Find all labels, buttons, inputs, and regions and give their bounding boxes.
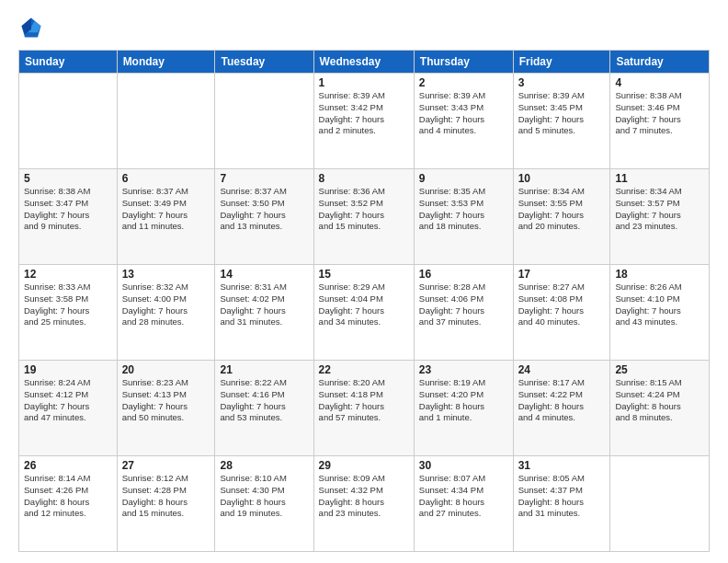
day-info: Sunrise: 8:34 AM Sunset: 3:57 PM Dayligh… xyxy=(615,186,704,233)
calendar-cell: 22Sunrise: 8:20 AM Sunset: 4:18 PM Dayli… xyxy=(313,361,414,456)
day-number: 14 xyxy=(220,268,308,281)
calendar-cell: 2Sunrise: 8:39 AM Sunset: 3:43 PM Daylig… xyxy=(414,74,513,169)
day-number: 20 xyxy=(122,363,210,376)
weekday-header-saturday: Saturday xyxy=(610,51,710,74)
day-number: 24 xyxy=(518,363,606,376)
calendar-week-5: 26Sunrise: 8:14 AM Sunset: 4:26 PM Dayli… xyxy=(19,456,710,552)
day-info: Sunrise: 8:12 AM Sunset: 4:28 PM Dayligh… xyxy=(122,473,210,520)
day-number: 30 xyxy=(419,459,508,472)
calendar-week-3: 12Sunrise: 8:33 AM Sunset: 3:58 PM Dayli… xyxy=(19,265,710,361)
calendar-cell xyxy=(19,74,118,169)
day-number: 6 xyxy=(122,172,210,185)
day-info: Sunrise: 8:39 AM Sunset: 3:43 PM Dayligh… xyxy=(419,90,508,137)
day-info: Sunrise: 8:17 AM Sunset: 4:22 PM Dayligh… xyxy=(518,377,606,424)
day-number: 5 xyxy=(24,172,112,185)
calendar-cell: 14Sunrise: 8:31 AM Sunset: 4:02 PM Dayli… xyxy=(215,265,313,361)
day-number: 13 xyxy=(122,268,210,281)
calendar-cell: 30Sunrise: 8:07 AM Sunset: 4:34 PM Dayli… xyxy=(414,456,513,552)
day-number: 16 xyxy=(419,268,508,281)
day-number: 10 xyxy=(518,172,606,185)
calendar-cell xyxy=(117,74,215,169)
calendar-cell: 24Sunrise: 8:17 AM Sunset: 4:22 PM Dayli… xyxy=(513,361,610,456)
calendar-body: 1Sunrise: 8:39 AM Sunset: 3:42 PM Daylig… xyxy=(19,74,710,552)
calendar-cell: 4Sunrise: 8:38 AM Sunset: 3:46 PM Daylig… xyxy=(610,74,710,169)
day-number: 17 xyxy=(518,268,606,281)
day-info: Sunrise: 8:20 AM Sunset: 4:18 PM Dayligh… xyxy=(319,377,409,424)
day-number: 1 xyxy=(319,76,409,89)
day-number: 29 xyxy=(319,459,409,472)
calendar-cell: 25Sunrise: 8:15 AM Sunset: 4:24 PM Dayli… xyxy=(610,361,710,456)
page: SundayMondayTuesdayWednesdayThursdayFrid… xyxy=(0,0,728,563)
calendar-cell: 17Sunrise: 8:27 AM Sunset: 4:08 PM Dayli… xyxy=(513,265,610,361)
calendar-cell: 7Sunrise: 8:37 AM Sunset: 3:50 PM Daylig… xyxy=(215,169,313,265)
day-info: Sunrise: 8:37 AM Sunset: 3:49 PM Dayligh… xyxy=(122,186,210,233)
day-info: Sunrise: 8:24 AM Sunset: 4:12 PM Dayligh… xyxy=(24,377,112,424)
day-number: 9 xyxy=(419,172,508,185)
day-info: Sunrise: 8:33 AM Sunset: 3:58 PM Dayligh… xyxy=(24,282,112,328)
weekday-header-sunday: Sunday xyxy=(19,51,118,74)
calendar-cell: 13Sunrise: 8:32 AM Sunset: 4:00 PM Dayli… xyxy=(117,265,215,361)
calendar-week-2: 5Sunrise: 8:38 AM Sunset: 3:47 PM Daylig… xyxy=(19,169,710,265)
calendar-cell: 1Sunrise: 8:39 AM Sunset: 3:42 PM Daylig… xyxy=(313,74,414,169)
calendar-cell: 15Sunrise: 8:29 AM Sunset: 4:04 PM Dayli… xyxy=(313,265,414,361)
calendar-cell xyxy=(215,74,313,169)
calendar-cell: 5Sunrise: 8:38 AM Sunset: 3:47 PM Daylig… xyxy=(19,169,118,265)
day-info: Sunrise: 8:26 AM Sunset: 4:10 PM Dayligh… xyxy=(615,282,704,328)
weekday-header-thursday: Thursday xyxy=(414,51,513,74)
day-info: Sunrise: 8:10 AM Sunset: 4:30 PM Dayligh… xyxy=(220,473,308,520)
calendar-cell: 31Sunrise: 8:05 AM Sunset: 4:37 PM Dayli… xyxy=(513,456,610,552)
weekday-header-friday: Friday xyxy=(513,51,610,74)
weekday-header-row: SundayMondayTuesdayWednesdayThursdayFrid… xyxy=(19,51,710,74)
day-number: 2 xyxy=(419,76,508,89)
calendar-header: SundayMondayTuesdayWednesdayThursdayFrid… xyxy=(19,51,710,74)
day-number: 3 xyxy=(518,76,606,89)
calendar-cell: 21Sunrise: 8:22 AM Sunset: 4:16 PM Dayli… xyxy=(215,361,313,456)
day-number: 18 xyxy=(615,268,704,281)
day-info: Sunrise: 8:22 AM Sunset: 4:16 PM Dayligh… xyxy=(220,377,308,424)
day-info: Sunrise: 8:05 AM Sunset: 4:37 PM Dayligh… xyxy=(518,473,606,520)
day-number: 15 xyxy=(319,268,409,281)
weekday-header-tuesday: Tuesday xyxy=(215,51,313,74)
calendar-cell: 16Sunrise: 8:28 AM Sunset: 4:06 PM Dayli… xyxy=(414,265,513,361)
calendar-cell: 19Sunrise: 8:24 AM Sunset: 4:12 PM Dayli… xyxy=(19,361,118,456)
day-info: Sunrise: 8:34 AM Sunset: 3:55 PM Dayligh… xyxy=(518,186,606,233)
day-info: Sunrise: 8:38 AM Sunset: 3:47 PM Dayligh… xyxy=(24,186,112,233)
day-info: Sunrise: 8:31 AM Sunset: 4:02 PM Dayligh… xyxy=(220,282,308,328)
day-info: Sunrise: 8:23 AM Sunset: 4:13 PM Dayligh… xyxy=(122,377,210,424)
day-info: Sunrise: 8:15 AM Sunset: 4:24 PM Dayligh… xyxy=(615,377,704,424)
day-number: 23 xyxy=(419,363,508,376)
calendar-cell: 26Sunrise: 8:14 AM Sunset: 4:26 PM Dayli… xyxy=(19,456,118,552)
day-info: Sunrise: 8:36 AM Sunset: 3:52 PM Dayligh… xyxy=(319,186,409,233)
day-number: 12 xyxy=(24,268,112,281)
day-info: Sunrise: 8:28 AM Sunset: 4:06 PM Dayligh… xyxy=(419,282,508,328)
day-info: Sunrise: 8:07 AM Sunset: 4:34 PM Dayligh… xyxy=(419,473,508,520)
day-number: 22 xyxy=(319,363,409,376)
day-number: 31 xyxy=(518,459,606,472)
calendar-cell: 10Sunrise: 8:34 AM Sunset: 3:55 PM Dayli… xyxy=(513,169,610,265)
day-info: Sunrise: 8:19 AM Sunset: 4:20 PM Dayligh… xyxy=(419,377,508,424)
day-number: 21 xyxy=(220,363,308,376)
calendar-table: SundayMondayTuesdayWednesdayThursdayFrid… xyxy=(18,50,710,552)
weekday-header-monday: Monday xyxy=(117,51,215,74)
day-info: Sunrise: 8:09 AM Sunset: 4:32 PM Dayligh… xyxy=(319,473,409,520)
calendar-cell: 27Sunrise: 8:12 AM Sunset: 4:28 PM Dayli… xyxy=(117,456,215,552)
day-info: Sunrise: 8:14 AM Sunset: 4:26 PM Dayligh… xyxy=(24,473,112,520)
day-number: 7 xyxy=(220,172,308,185)
day-info: Sunrise: 8:32 AM Sunset: 4:00 PM Dayligh… xyxy=(122,282,210,328)
calendar-cell: 8Sunrise: 8:36 AM Sunset: 3:52 PM Daylig… xyxy=(313,169,414,265)
day-number: 11 xyxy=(615,172,704,185)
day-info: Sunrise: 8:39 AM Sunset: 3:45 PM Dayligh… xyxy=(518,90,606,137)
header xyxy=(18,15,710,40)
calendar-cell: 29Sunrise: 8:09 AM Sunset: 4:32 PM Dayli… xyxy=(313,456,414,552)
logo-icon xyxy=(18,15,44,40)
calendar-cell: 23Sunrise: 8:19 AM Sunset: 4:20 PM Dayli… xyxy=(414,361,513,456)
calendar-cell: 28Sunrise: 8:10 AM Sunset: 4:30 PM Dayli… xyxy=(215,456,313,552)
calendar-cell: 6Sunrise: 8:37 AM Sunset: 3:49 PM Daylig… xyxy=(117,169,215,265)
day-number: 4 xyxy=(615,76,704,89)
calendar-cell: 11Sunrise: 8:34 AM Sunset: 3:57 PM Dayli… xyxy=(610,169,710,265)
weekday-header-wednesday: Wednesday xyxy=(313,51,414,74)
logo xyxy=(18,15,48,40)
day-info: Sunrise: 8:37 AM Sunset: 3:50 PM Dayligh… xyxy=(220,186,308,233)
calendar-cell: 20Sunrise: 8:23 AM Sunset: 4:13 PM Dayli… xyxy=(117,361,215,456)
calendar-cell: 12Sunrise: 8:33 AM Sunset: 3:58 PM Dayli… xyxy=(19,265,118,361)
